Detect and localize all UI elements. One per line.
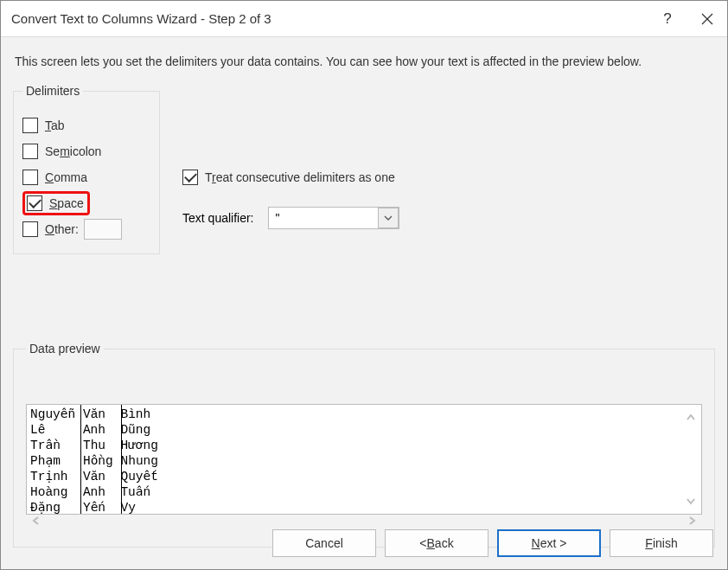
- delimiters-legend: Delimiters: [22, 84, 83, 98]
- delimiter-space[interactable]: Space: [22, 193, 150, 214]
- wizard-window: Convert Text to Columns Wizard - Step 2 …: [0, 0, 728, 570]
- delimiter-space-checkbox[interactable]: [27, 195, 42, 211]
- scroll-up-button[interactable]: [684, 410, 698, 424]
- delimiter-other[interactable]: Other:: [22, 219, 150, 240]
- dropdown-button[interactable]: [378, 208, 399, 228]
- delimiter-comma-checkbox[interactable]: [22, 170, 38, 185]
- dialog-body: This screen lets you set the delimiters …: [1, 37, 727, 569]
- delimiter-space-label: Space: [49, 196, 84, 210]
- chevron-down-icon: [384, 215, 393, 221]
- button-row: Cancel < Back Next > Finish: [272, 529, 713, 557]
- delimiter-comma[interactable]: Comma: [22, 167, 150, 188]
- close-button[interactable]: [687, 1, 727, 37]
- text-qualifier-row: Text qualifier: ": [182, 207, 615, 229]
- text-qualifier-value: ": [269, 211, 378, 225]
- scroll-left-button[interactable]: [31, 516, 40, 535]
- delimiter-other-label: Other:: [45, 222, 79, 236]
- data-preview-group: Data preview Nguyễn Văn Bình Lê Anh Dũng…: [13, 342, 715, 548]
- instruction-text: This screen lets you set the delimiters …: [15, 54, 713, 68]
- finish-button[interactable]: Finish: [610, 529, 713, 557]
- window-title: Convert Text to Columns Wizard - Step 2 …: [11, 11, 648, 26]
- delimiter-other-checkbox[interactable]: [22, 221, 38, 237]
- help-button[interactable]: ?: [648, 1, 687, 37]
- delimiter-semicolon-label: Semicolon: [45, 144, 101, 158]
- text-qualifier-dropdown[interactable]: ": [268, 207, 399, 229]
- consecutive-delimiters[interactable]: Treat consecutive delimiters as one: [182, 167, 615, 188]
- close-icon: [701, 13, 713, 25]
- delimiters-group: Delimiters Tab Semicolon Comma Space: [13, 84, 160, 254]
- data-preview-legend: Data preview: [26, 342, 104, 355]
- space-highlight: Space: [22, 191, 90, 215]
- consecutive-label: Treat consecutive delimiters as one: [205, 170, 395, 184]
- scroll-down-button[interactable]: [684, 495, 698, 509]
- delimiter-semicolon-checkbox[interactable]: [22, 144, 38, 159]
- preview-box: Nguyễn Văn Bình Lê Anh Dũng Trần Thu Hươ…: [26, 404, 702, 515]
- preview-content: Nguyễn Văn Bình Lê Anh Dũng Trần Thu Hươ…: [27, 405, 701, 515]
- back-button[interactable]: < Back: [385, 529, 489, 557]
- delimiter-options: Treat consecutive delimiters as one Text…: [182, 167, 615, 229]
- text-qualifier-label: Text qualifier:: [182, 211, 254, 225]
- delimiter-other-input[interactable]: [84, 219, 122, 240]
- cancel-button[interactable]: Cancel: [272, 529, 376, 557]
- titlebar: Convert Text to Columns Wizard - Step 2 …: [1, 1, 727, 37]
- delimiter-comma-label: Comma: [45, 170, 87, 184]
- delimiter-tab[interactable]: Tab: [22, 115, 150, 136]
- delimiter-tab-checkbox[interactable]: [22, 118, 38, 133]
- consecutive-checkbox[interactable]: [182, 170, 198, 185]
- delimiter-semicolon[interactable]: Semicolon: [22, 141, 150, 162]
- next-button[interactable]: Next >: [497, 529, 601, 557]
- delimiter-tab-label: Tab: [45, 118, 65, 132]
